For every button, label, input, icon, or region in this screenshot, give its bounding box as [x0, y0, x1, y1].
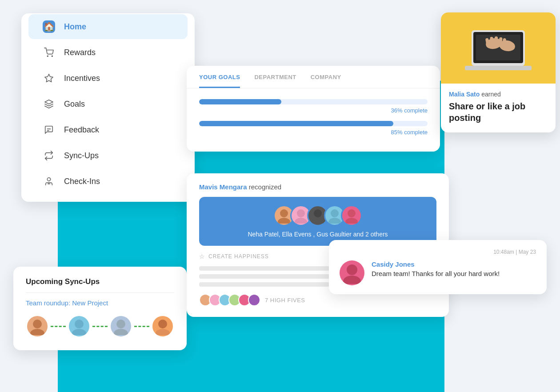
achievement-action: earned: [481, 91, 501, 98]
hf-avatar-6: [248, 294, 260, 306]
svg-point-12: [156, 329, 170, 335]
goals-icon: [43, 98, 55, 110]
sidebar-card: 🏠 Home Rewards Incentives Goals: [21, 13, 195, 202]
progress-label-2: 85% complete: [199, 129, 428, 136]
avatar-4: [151, 315, 174, 338]
checkins-icon: [43, 175, 55, 188]
comment-card: 10:48am | May 23 Casidy Jones Dream team…: [329, 240, 547, 294]
tab-company[interactable]: COMPANY: [311, 66, 341, 88]
tab-department[interactable]: DEPARTMENT: [254, 66, 296, 88]
goals-tabs: YOUR GOALS DEPARTMENT COMPANY: [187, 66, 440, 88]
svg-point-34: [347, 264, 357, 275]
svg-point-14: [278, 218, 290, 224]
progress-bg-1: [199, 99, 428, 104]
line-3: [199, 282, 341, 287]
svg-point-5: [33, 320, 42, 328]
rewards-icon: [43, 46, 55, 59]
sidebar-item-syncups[interactable]: Sync-Ups: [28, 143, 188, 168]
svg-point-11: [158, 320, 167, 328]
high-fives-label: 7 HIGH FIVES: [265, 297, 305, 304]
create-happiness-label: CREATE HAPPINESS: [208, 253, 269, 260]
achievement-image: [441, 12, 556, 84]
progress-bg-2: [199, 121, 428, 126]
sidebar-item-home[interactable]: 🏠 Home: [28, 14, 188, 39]
svg-point-9: [116, 320, 125, 328]
progress-fill-2: [199, 121, 393, 126]
achievement-title: Share or like a job posting: [449, 100, 548, 124]
achievement-card: Malia Sato earned Share or like a job po…: [441, 12, 556, 132]
sidebar-item-incentives[interactable]: Incentives: [28, 66, 188, 91]
svg-point-1: [52, 56, 52, 56]
progress-bar-2: 85% complete: [199, 121, 428, 136]
sidebar-label-syncups: Sync-Ups: [64, 151, 99, 160]
sidebar-item-goals[interactable]: Goals: [28, 92, 188, 116]
star-icon: ☆: [199, 253, 205, 260]
connector-line-3: [134, 326, 149, 327]
avatar-overlap-row: [273, 205, 362, 226]
progress-bar-1: 36% complete: [199, 99, 428, 114]
sidebar-item-rewards[interactable]: Rewards: [28, 40, 188, 65]
svg-point-15: [297, 209, 305, 217]
tab-your-goals[interactable]: YOUR GOALS: [199, 66, 240, 88]
sidebar-label-feedback: Feedback: [64, 125, 99, 135]
svg-point-13: [280, 209, 288, 217]
syncups-card: Upcoming Sync-Ups Team roundup: New Proj…: [13, 267, 187, 350]
svg-rect-26: [465, 66, 532, 70]
svg-point-17: [314, 209, 322, 217]
sidebar-item-feedback[interactable]: Feedback: [28, 117, 188, 142]
progress-section: 36% complete 85% complete: [187, 88, 440, 136]
svg-point-18: [312, 218, 324, 224]
comment-timestamp: 10:48am | May 23: [340, 249, 536, 255]
sidebar-label-incentives: Incentives: [64, 74, 100, 83]
sidebar-label-rewards: Rewards: [64, 48, 96, 57]
syncups-title: Upcoming Sync-Ups: [26, 277, 174, 286]
connector-line-2: [92, 326, 108, 327]
comment-user: Casidy Jones: [372, 260, 500, 268]
svg-point-10: [114, 329, 128, 335]
achievement-body: Malia Sato earned Share or like a job po…: [441, 84, 556, 132]
svg-point-8: [72, 329, 86, 335]
avatar-row: [26, 315, 174, 338]
achievement-user[interactable]: Malia Sato: [449, 91, 480, 98]
svg-point-6: [30, 329, 44, 335]
goals-card: YOUR GOALS DEPARTMENT COMPANY 36% comple…: [187, 66, 440, 152]
rec-avatar-5: [341, 205, 362, 226]
home-icon: 🏠: [43, 20, 55, 33]
svg-point-22: [345, 218, 358, 224]
svg-point-21: [348, 209, 356, 217]
sidebar-item-checkins[interactable]: Check-Ins: [28, 169, 188, 194]
sidebar-label-home: Home: [64, 22, 86, 32]
comment-body: Casidy Jones Dream team! Thanks for all …: [340, 260, 536, 285]
high-five-avatars: [199, 294, 260, 306]
svg-point-16: [295, 218, 307, 224]
sidebar-label-checkins: Check-Ins: [64, 177, 100, 186]
svg-point-20: [328, 218, 341, 224]
svg-point-7: [75, 320, 84, 328]
laptop-svg: [458, 21, 538, 75]
comment-content: Casidy Jones Dream team! Thanks for all …: [372, 260, 500, 277]
recognition-header: Mavis Mengara recognized: [199, 183, 436, 191]
svg-point-19: [331, 209, 339, 217]
syncups-link[interactable]: Team roundup: New Project: [26, 299, 174, 307]
achievement-earned: Malia Sato earned: [449, 91, 548, 98]
svg-point-35: [343, 276, 361, 284]
svg-point-4: [47, 178, 50, 181]
sidebar-label-goals: Goals: [64, 100, 85, 109]
recognition-names: Neha Patel, Ella Evens , Gus Gaultier an…: [248, 231, 388, 238]
progress-fill-1: [199, 99, 281, 104]
svg-rect-31: [495, 36, 498, 44]
feedback-icon: [43, 124, 55, 136]
recognition-blue-box: Neha Patel, Ella Evens , Gus Gaultier an…: [199, 197, 436, 246]
incentives-icon: [43, 72, 55, 84]
avatar-2: [68, 315, 91, 338]
svg-rect-30: [490, 37, 493, 44]
avatar-1: [26, 315, 49, 338]
comment-text: Dream team! Thanks for all your hard wor…: [372, 270, 500, 277]
svg-marker-2: [45, 74, 53, 82]
comment-avatar: [340, 260, 364, 285]
svg-marker-3: [45, 100, 53, 104]
connector-line: [51, 326, 66, 327]
high-fives-row: 7 HIGH FIVES: [199, 294, 436, 306]
syncups-icon: [43, 149, 55, 162]
recognition-user[interactable]: Mavis Mengara: [199, 183, 247, 191]
